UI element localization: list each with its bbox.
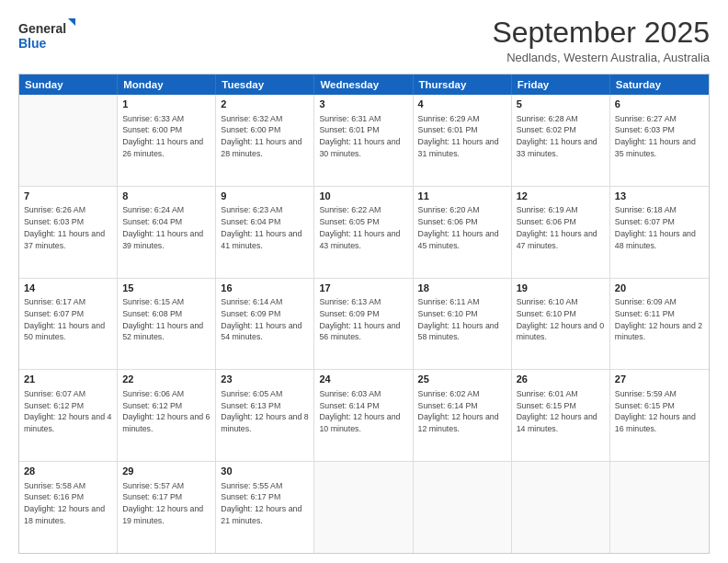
cell-info: Sunrise: 6:19 AMSunset: 6:06 PMDaylight:… xyxy=(517,204,605,251)
cell-info: Sunrise: 6:27 AMSunset: 6:03 PMDaylight:… xyxy=(615,113,704,160)
svg-text:General: General xyxy=(18,21,66,36)
cell-info: Sunrise: 6:18 AMSunset: 6:07 PMDaylight:… xyxy=(615,204,704,251)
calendar-empty-cell xyxy=(512,462,610,553)
calendar-day-cell: 6 Sunrise: 6:27 AMSunset: 6:03 PMDayligh… xyxy=(610,95,709,186)
cell-info: Sunrise: 6:33 AMSunset: 6:00 PMDaylight:… xyxy=(122,113,210,160)
cell-info: Sunrise: 6:22 AMSunset: 6:05 PMDaylight:… xyxy=(319,204,407,251)
calendar-day-header: Friday xyxy=(512,75,610,95)
calendar-empty-cell xyxy=(414,462,512,553)
day-number: 2 xyxy=(221,98,309,111)
day-number: 20 xyxy=(615,282,704,295)
calendar-day-header: Monday xyxy=(118,75,216,95)
calendar-body: 1 Sunrise: 6:33 AMSunset: 6:00 PMDayligh… xyxy=(19,95,709,553)
calendar-day-cell: 26 Sunrise: 6:01 AMSunset: 6:15 PMDaylig… xyxy=(512,370,610,461)
cell-info: Sunrise: 6:02 AMSunset: 6:14 PMDaylight:… xyxy=(418,388,506,435)
calendar-day-header: Saturday xyxy=(610,75,709,95)
calendar-day-cell: 19 Sunrise: 6:10 AMSunset: 6:10 PMDaylig… xyxy=(512,279,610,370)
cell-info: Sunrise: 6:01 AMSunset: 6:15 PMDaylight:… xyxy=(517,388,605,435)
cell-info: Sunrise: 6:03 AMSunset: 6:14 PMDaylight:… xyxy=(319,388,407,435)
calendar-day-cell: 22 Sunrise: 6:06 AMSunset: 6:12 PMDaylig… xyxy=(118,370,216,461)
title-block: September 2025 Nedlands, Western Austral… xyxy=(492,17,710,64)
cell-info: Sunrise: 5:55 AMSunset: 6:17 PMDaylight:… xyxy=(221,480,309,527)
day-number: 10 xyxy=(319,190,407,203)
svg-marker-2 xyxy=(68,18,75,26)
calendar-day-cell: 4 Sunrise: 6:29 AMSunset: 6:01 PMDayligh… xyxy=(414,95,512,186)
cell-info: Sunrise: 6:11 AMSunset: 6:10 PMDaylight:… xyxy=(418,296,506,343)
day-number: 16 xyxy=(221,282,309,295)
cell-info: Sunrise: 6:26 AMSunset: 6:03 PMDaylight:… xyxy=(24,204,112,251)
cell-info: Sunrise: 6:14 AMSunset: 6:09 PMDaylight:… xyxy=(221,296,309,343)
calendar-day-cell: 27 Sunrise: 5:59 AMSunset: 6:15 PMDaylig… xyxy=(610,370,709,461)
day-number: 7 xyxy=(24,190,112,203)
calendar-day-header: Tuesday xyxy=(216,75,314,95)
day-number: 9 xyxy=(221,190,309,203)
day-number: 28 xyxy=(24,465,112,478)
calendar-day-cell: 12 Sunrise: 6:19 AMSunset: 6:06 PMDaylig… xyxy=(512,187,610,278)
calendar-day-cell: 29 Sunrise: 5:57 AMSunset: 6:17 PMDaylig… xyxy=(118,462,216,553)
cell-info: Sunrise: 6:31 AMSunset: 6:01 PMDaylight:… xyxy=(319,113,407,160)
svg-text:Blue: Blue xyxy=(18,36,47,51)
day-number: 24 xyxy=(319,373,407,386)
calendar-day-cell: 25 Sunrise: 6:02 AMSunset: 6:14 PMDaylig… xyxy=(414,370,512,461)
day-number: 30 xyxy=(221,465,309,478)
day-number: 14 xyxy=(24,282,112,295)
cell-info: Sunrise: 5:58 AMSunset: 6:16 PMDaylight:… xyxy=(24,480,112,527)
cell-info: Sunrise: 5:57 AMSunset: 6:17 PMDaylight:… xyxy=(122,480,210,527)
cell-info: Sunrise: 6:28 AMSunset: 6:02 PMDaylight:… xyxy=(517,113,605,160)
cell-info: Sunrise: 6:29 AMSunset: 6:01 PMDaylight:… xyxy=(418,113,506,160)
cell-info: Sunrise: 5:59 AMSunset: 6:15 PMDaylight:… xyxy=(615,388,704,435)
calendar-row: 7 Sunrise: 6:26 AMSunset: 6:03 PMDayligh… xyxy=(19,186,709,278)
day-number: 23 xyxy=(221,373,309,386)
day-number: 8 xyxy=(122,190,210,203)
calendar-day-cell: 17 Sunrise: 6:13 AMSunset: 6:09 PMDaylig… xyxy=(314,279,413,370)
cell-info: Sunrise: 6:24 AMSunset: 6:04 PMDaylight:… xyxy=(122,204,210,251)
day-number: 22 xyxy=(122,373,210,386)
day-number: 29 xyxy=(122,465,210,478)
calendar-day-cell: 3 Sunrise: 6:31 AMSunset: 6:01 PMDayligh… xyxy=(314,95,413,186)
cell-info: Sunrise: 6:17 AMSunset: 6:07 PMDaylight:… xyxy=(24,296,112,343)
page: General Blue September 2025 Nedlands, We… xyxy=(0,0,728,563)
calendar-day-cell: 30 Sunrise: 5:55 AMSunset: 6:17 PMDaylig… xyxy=(216,462,314,553)
calendar: SundayMondayTuesdayWednesdayThursdayFrid… xyxy=(18,74,710,554)
calendar-row: 28 Sunrise: 5:58 AMSunset: 6:16 PMDaylig… xyxy=(19,461,709,553)
calendar-empty-cell xyxy=(19,95,118,186)
cell-info: Sunrise: 6:06 AMSunset: 6:12 PMDaylight:… xyxy=(122,388,210,435)
calendar-day-header: Thursday xyxy=(414,75,512,95)
day-number: 25 xyxy=(418,373,506,386)
day-number: 21 xyxy=(24,373,112,386)
day-number: 3 xyxy=(319,98,407,111)
calendar-day-cell: 5 Sunrise: 6:28 AMSunset: 6:02 PMDayligh… xyxy=(512,95,610,186)
calendar-day-cell: 11 Sunrise: 6:20 AMSunset: 6:06 PMDaylig… xyxy=(414,187,512,278)
calendar-day-cell: 18 Sunrise: 6:11 AMSunset: 6:10 PMDaylig… xyxy=(414,279,512,370)
calendar-header: SundayMondayTuesdayWednesdayThursdayFrid… xyxy=(19,75,709,95)
calendar-day-cell: 15 Sunrise: 6:15 AMSunset: 6:08 PMDaylig… xyxy=(118,279,216,370)
calendar-day-cell: 16 Sunrise: 6:14 AMSunset: 6:09 PMDaylig… xyxy=(216,279,314,370)
logo-svg: General Blue xyxy=(18,17,75,53)
calendar-row: 21 Sunrise: 6:07 AMSunset: 6:12 PMDaylig… xyxy=(19,369,709,461)
day-number: 6 xyxy=(615,98,704,111)
day-number: 11 xyxy=(418,190,506,203)
calendar-empty-cell xyxy=(314,462,413,553)
calendar-day-header: Wednesday xyxy=(314,75,413,95)
cell-info: Sunrise: 6:20 AMSunset: 6:06 PMDaylight:… xyxy=(418,204,506,251)
cell-info: Sunrise: 6:15 AMSunset: 6:08 PMDaylight:… xyxy=(122,296,210,343)
calendar-day-cell: 13 Sunrise: 6:18 AMSunset: 6:07 PMDaylig… xyxy=(610,187,709,278)
subtitle: Nedlands, Western Australia, Australia xyxy=(492,51,710,64)
logo: General Blue xyxy=(18,17,75,53)
day-number: 26 xyxy=(517,373,605,386)
calendar-day-cell: 23 Sunrise: 6:05 AMSunset: 6:13 PMDaylig… xyxy=(216,370,314,461)
day-number: 15 xyxy=(122,282,210,295)
calendar-day-cell: 10 Sunrise: 6:22 AMSunset: 6:05 PMDaylig… xyxy=(314,187,413,278)
day-number: 12 xyxy=(517,190,605,203)
cell-info: Sunrise: 6:09 AMSunset: 6:11 PMDaylight:… xyxy=(615,296,704,343)
calendar-day-cell: 9 Sunrise: 6:23 AMSunset: 6:04 PMDayligh… xyxy=(216,187,314,278)
calendar-day-cell: 28 Sunrise: 5:58 AMSunset: 6:16 PMDaylig… xyxy=(19,462,118,553)
day-number: 27 xyxy=(615,373,704,386)
cell-info: Sunrise: 6:32 AMSunset: 6:00 PMDaylight:… xyxy=(221,113,309,160)
calendar-day-cell: 20 Sunrise: 6:09 AMSunset: 6:11 PMDaylig… xyxy=(610,279,709,370)
calendar-day-cell: 2 Sunrise: 6:32 AMSunset: 6:00 PMDayligh… xyxy=(216,95,314,186)
cell-info: Sunrise: 6:07 AMSunset: 6:12 PMDaylight:… xyxy=(24,388,112,435)
day-number: 4 xyxy=(418,98,506,111)
calendar-row: 14 Sunrise: 6:17 AMSunset: 6:07 PMDaylig… xyxy=(19,278,709,370)
calendar-day-cell: 24 Sunrise: 6:03 AMSunset: 6:14 PMDaylig… xyxy=(314,370,413,461)
